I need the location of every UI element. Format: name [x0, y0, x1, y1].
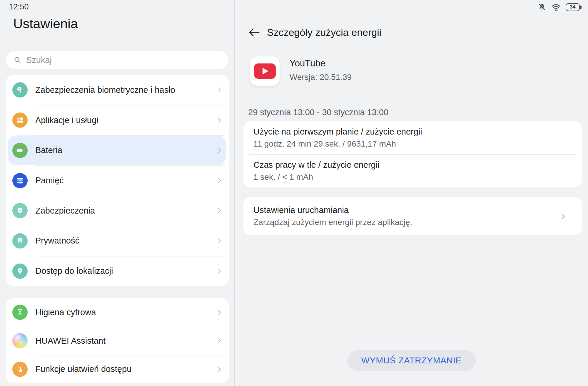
sidebar-group-extra: Higiena cyfrowa HUAWEI Assistant Funkcje…: [6, 298, 229, 383]
launch-settings-card[interactable]: Ustawienia uruchamiania Zarządzaj zużyci…: [243, 197, 582, 235]
chevron-right-icon: [216, 268, 223, 275]
sidebar-item-privacy[interactable]: Prywatność: [6, 226, 229, 256]
usage-title: Czas pracy w tle / zużycie energii: [253, 160, 582, 170]
usage-row-background: Czas pracy w tle / zużycie energii 1 sek…: [243, 154, 582, 187]
page-title: Ustawienia: [13, 16, 78, 31]
assistant-orb-icon: [12, 333, 28, 348]
usage-title: Użycie na pierwszym planie / zużycie ene…: [253, 127, 582, 137]
search-bar[interactable]: [6, 51, 228, 69]
sidebar-group-main: Zabezpieczenia biometryczne i hasło Apli…: [6, 75, 229, 286]
sidebar-item-location[interactable]: Dostęp do lokalizacji: [6, 256, 229, 286]
sidebar-item-label: Aplikacje i usługi: [35, 115, 98, 125]
sidebar-item-security[interactable]: Zabezpieczenia: [6, 196, 229, 226]
shield-person-icon: [12, 233, 28, 249]
sidebar-item-storage[interactable]: Pamięć: [6, 165, 229, 196]
key-icon: [12, 82, 28, 98]
hourglass-icon: [12, 305, 28, 320]
back-arrow-icon: [248, 28, 260, 37]
search-input[interactable]: [26, 55, 220, 65]
search-icon: [14, 56, 21, 64]
detail-pane: Szczegóły zużycia energii YouTube Wersja…: [235, 0, 588, 386]
sidebar-item-biometrics[interactable]: Zabezpieczenia biometryczne i hasło: [6, 75, 229, 105]
chevron-right-icon: [216, 177, 223, 184]
sidebar-item-accessibility[interactable]: Funkcje ułatwień dostępu: [6, 355, 229, 383]
detail-header: Szczegóły zużycia energii: [235, 26, 381, 39]
date-range: 29 stycznia 13:00 - 30 stycznia 13:00: [248, 108, 388, 117]
launch-settings-title: Ustawienia uruchamiania: [253, 205, 582, 215]
usage-value: 1 sek. / < 1 mAh: [253, 172, 582, 182]
app-meta: YouTube Wersja: 20.51.39: [290, 56, 352, 86]
sidebar-item-label: Pamięć: [35, 176, 64, 185]
sidebar-item-digital-balance[interactable]: Higiena cyfrowa: [6, 298, 229, 327]
app-header: YouTube Wersja: 20.51.39: [250, 56, 352, 86]
chevron-right-icon: [216, 147, 223, 154]
chevron-right-icon: [216, 337, 223, 344]
force-stop-button[interactable]: WYMUŚ ZATRZYMANIE: [347, 350, 476, 371]
usage-value: 11 godz. 24 min 29 sek. / 9631,17 mAh: [253, 139, 582, 149]
sidebar-item-huawei-assistant[interactable]: HUAWEI Assistant: [6, 327, 229, 355]
shield-check-icon: [12, 203, 28, 218]
sidebar-item-label: Zabezpieczenia biometryczne i hasło: [35, 85, 175, 95]
hand-tap-icon: [12, 362, 28, 377]
app-name: YouTube: [290, 58, 352, 69]
sidebar-item-label: Funkcje ułatwień dostępu: [35, 364, 131, 374]
sidebar-item-label: Zabezpieczenia: [35, 206, 95, 216]
back-button[interactable]: [248, 26, 260, 39]
chevron-right-icon: [216, 366, 223, 373]
apps-grid-icon: [12, 113, 28, 128]
launch-settings-subtitle: Zarządzaj zużyciem energii przez aplikac…: [253, 218, 582, 227]
location-pin-icon: [12, 264, 28, 279]
chevron-right-icon: [559, 212, 567, 220]
youtube-app-icon: [250, 56, 280, 86]
usage-card: Użycie na pierwszym planie / zużycie ene…: [243, 121, 582, 187]
chevron-right-icon: [216, 309, 223, 316]
sidebar-item-label: Higiena cyfrowa: [35, 308, 96, 317]
sidebar-item-label: Prywatność: [35, 236, 79, 246]
chevron-right-icon: [216, 117, 223, 124]
sidebar-item-battery[interactable]: Bateria: [6, 135, 229, 165]
settings-sidebar: Ustawienia Zabezpieczenia biometryczne i…: [0, 0, 234, 386]
battery-icon: [12, 143, 28, 158]
usage-row-foreground: Użycie na pierwszym planie / zużycie ene…: [243, 121, 582, 154]
sidebar-item-apps[interactable]: Aplikacje i usługi: [6, 105, 229, 135]
sidebar-item-label: Dostęp do lokalizacji: [35, 266, 113, 276]
app-version: Wersja: 20.51.39: [290, 73, 352, 82]
storage-icon: [12, 173, 28, 188]
chevron-right-icon: [216, 86, 223, 93]
chevron-right-icon: [216, 207, 223, 214]
detail-title: Szczegóły zużycia energii: [267, 27, 381, 38]
sidebar-item-label: HUAWEI Assistant: [35, 336, 106, 346]
chevron-right-icon: [216, 237, 223, 244]
sidebar-item-label: Bateria: [35, 145, 62, 155]
